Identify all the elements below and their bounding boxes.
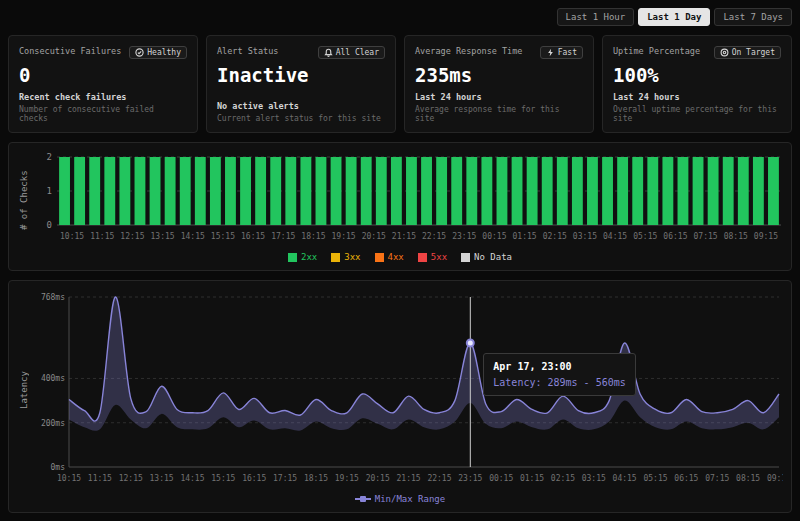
status-bar[interactable] (436, 157, 447, 225)
status-bar[interactable] (723, 157, 734, 225)
y-tick-label: 2 (47, 152, 52, 162)
x-tick-label: 03:15 (573, 232, 597, 241)
status-bar[interactable] (572, 157, 583, 225)
status-bar[interactable] (406, 157, 417, 225)
status-bar[interactable] (678, 157, 689, 225)
legend-label: No Data (474, 252, 512, 262)
status-bar[interactable] (285, 157, 296, 225)
y-tick-label: 0ms (51, 463, 66, 472)
status-bar[interactable] (316, 157, 327, 225)
x-tick-label: 18:15 (304, 474, 328, 483)
status-bar[interactable] (361, 157, 372, 225)
x-tick-label: 05:15 (633, 232, 657, 241)
legend-item-no-data[interactable]: No Data (461, 252, 512, 262)
x-tick-label: 03:15 (582, 474, 606, 483)
x-tick-label: 19:15 (335, 474, 359, 483)
status-bar[interactable] (210, 157, 221, 225)
bell-icon (324, 48, 333, 57)
x-tick-label: 21:15 (397, 474, 421, 483)
status-bar[interactable] (617, 157, 628, 225)
y-tick-label: 1 (47, 186, 52, 196)
status-bar[interactable] (421, 157, 432, 225)
status-bar[interactable] (255, 157, 266, 225)
status-code-bar-chart[interactable]: 01210:1511:1512:1513:1514:1515:1516:1517… (31, 151, 783, 245)
status-bar[interactable] (632, 157, 643, 225)
status-bar[interactable] (195, 157, 206, 225)
status-bar[interactable] (602, 157, 613, 225)
range-button-last-7-days[interactable]: Last 7 Days (714, 8, 792, 26)
range-button-last-1-hour[interactable]: Last 1 Hour (557, 8, 635, 26)
status-bar[interactable] (662, 157, 673, 225)
card-value: 0 (19, 64, 187, 86)
x-tick-label: 17:15 (271, 232, 295, 241)
status-bar[interactable] (74, 157, 85, 225)
status-bar[interactable] (300, 157, 311, 225)
card-description: Average response time for this site (415, 105, 583, 123)
card-description: Number of consecutive failed checks (19, 105, 187, 123)
status-badge-on-target: On Target (714, 46, 781, 59)
status-bar[interactable] (135, 157, 146, 225)
legend-item-2xx[interactable]: 2xx (288, 252, 317, 262)
status-bar[interactable] (512, 157, 523, 225)
legend-item-min/max-range[interactable]: Min/Max Range (355, 494, 445, 504)
status-bar[interactable] (542, 157, 553, 225)
status-bar[interactable] (376, 157, 387, 225)
legend-item-5xx[interactable]: 5xx (418, 252, 447, 262)
x-tick-label: 14:15 (180, 474, 204, 483)
x-tick-label: 07:15 (705, 474, 729, 483)
card-title: Alert Status (217, 46, 278, 56)
status-bar[interactable] (104, 157, 115, 225)
legend-item-3xx[interactable]: 3xx (331, 252, 360, 262)
active-point-dot (467, 340, 474, 347)
status-bar[interactable] (527, 157, 538, 225)
status-bar[interactable] (391, 157, 402, 225)
x-tick-label: 02:15 (543, 232, 567, 241)
status-bar[interactable] (587, 157, 598, 225)
status-bar[interactable] (738, 157, 749, 225)
status-bar[interactable] (466, 157, 477, 225)
x-tick-label: 00:15 (482, 232, 506, 241)
status-bar[interactable] (180, 157, 191, 225)
legend-swatch-icon (288, 253, 297, 262)
x-tick-label: 11:15 (88, 474, 112, 483)
status-bar[interactable] (481, 157, 492, 225)
legend-label: 2xx (301, 252, 317, 262)
x-tick-label: 20:15 (366, 474, 390, 483)
card-subtitle: Last 24 hours (613, 92, 781, 102)
status-bar[interactable] (708, 157, 719, 225)
latency-line (69, 297, 779, 421)
badge-label: Healthy (147, 48, 181, 57)
status-bar[interactable] (753, 157, 764, 225)
legend-label: Min/Max Range (375, 494, 445, 504)
badge-label: All Clear (336, 48, 379, 57)
status-bar[interactable] (768, 157, 779, 225)
card-subtitle: No active alerts (217, 101, 385, 111)
status-bar[interactable] (240, 157, 251, 225)
card-consecutive-failures: Consecutive Failures Healthy 0 Recent ch… (8, 35, 198, 133)
status-bar[interactable] (225, 157, 236, 225)
legend-swatch-icon (331, 253, 340, 262)
y-tick-label: 0 (47, 220, 52, 230)
status-bar[interactable] (331, 157, 342, 225)
status-bar[interactable] (59, 157, 70, 225)
card-value: 235ms (415, 64, 583, 86)
bar-chart-y-axis-label: # of Checks (17, 151, 31, 249)
range-button-last-1-day[interactable]: Last 1 Day (638, 8, 710, 26)
status-bar[interactable] (165, 157, 176, 225)
status-bar[interactable] (497, 157, 508, 225)
y-tick-label: 200ms (41, 419, 65, 428)
status-bar[interactable] (346, 157, 357, 225)
y-tick-label: 400ms (41, 374, 65, 383)
latency-line-chart[interactable]: 0ms200ms400ms768ms10:1511:1512:1513:1514… (31, 289, 783, 487)
legend-label: 4xx (388, 252, 404, 262)
status-bar[interactable] (647, 157, 658, 225)
status-bar[interactable] (89, 157, 100, 225)
status-bar[interactable] (150, 157, 161, 225)
status-bar[interactable] (119, 157, 130, 225)
status-bar[interactable] (557, 157, 568, 225)
status-bar[interactable] (451, 157, 462, 225)
legend-item-4xx[interactable]: 4xx (375, 252, 404, 262)
status-bar[interactable] (270, 157, 281, 225)
x-tick-label: 06:15 (663, 232, 687, 241)
status-bar[interactable] (693, 157, 704, 225)
